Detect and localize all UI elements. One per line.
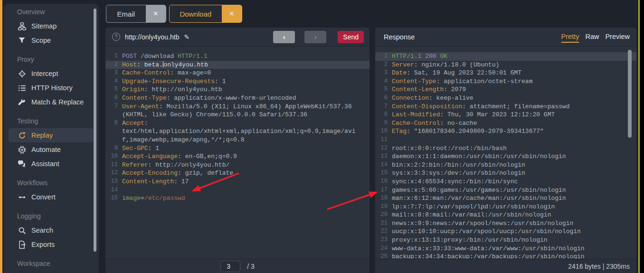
line-number: 7: [107, 103, 118, 111]
code-line: 25backup:x:34:34:backup:/var/backups:/us…: [375, 253, 636, 259]
code-line: 14bin:x:2:2:bin:/bin:/usr/sbin/nologin: [375, 161, 636, 169]
response-scrollbar[interactable]: [628, 50, 632, 138]
line-number: 8: [107, 119, 118, 128]
code-line: 5Content-Length: 2079: [375, 85, 636, 94]
line-number: 2: [107, 61, 118, 69]
line-number: 12: [377, 144, 388, 153]
code-line: 4Content-Type: application/octet-stream: [375, 77, 636, 86]
line-number: 13: [377, 152, 388, 161]
window-edge: [640, 0, 644, 273]
sidebar-item-exports[interactable]: Exports: [4, 237, 99, 252]
tab-label[interactable]: Download: [170, 5, 222, 22]
line-number: 3: [107, 69, 118, 77]
code-line: 4Upgrade-Insecure-Requests: 1: [105, 77, 369, 86]
session-tab-email[interactable]: Email×: [106, 5, 166, 23]
code-line: 3Cache-Control: max-age=0: [105, 69, 369, 77]
code-text: bin:x:2:2:bin:/bin:/usr/sbin/nologin: [392, 161, 525, 169]
sidebar-scrollbar[interactable]: [94, 9, 96, 252]
crosshair-icon: [17, 69, 27, 78]
sidebar-item-automate[interactable]: Automate: [4, 142, 99, 157]
line-number: 6: [377, 94, 388, 103]
sidebar-item-assistant[interactable]: Assistant: [4, 157, 99, 171]
line-number: 14: [107, 186, 118, 195]
request-pagination: / 3: [105, 259, 369, 273]
response-panel: Response PrettyRawPreview 1HTTP/1.1 200 …: [375, 28, 636, 273]
sidebar-item-match-replace[interactable]: Match & Replace: [4, 95, 99, 109]
line-number: 20: [377, 211, 388, 219]
code-text: Content-Type: application/octet-stream: [392, 77, 532, 86]
tab-close-icon[interactable]: ×: [222, 5, 242, 22]
session-tab-download[interactable]: Download×: [169, 5, 242, 23]
view-mode-preview[interactable]: Preview: [605, 31, 630, 43]
request-editor[interactable]: 1POST /download HTTP/1.12Host: beta.only…: [105, 47, 369, 259]
code-line: 5Origin: http://only4you.htb: [105, 85, 369, 94]
export-icon: [17, 240, 27, 249]
line-number: 22: [377, 227, 388, 236]
code-line: 12Accept-Encoding: gzip, deflate: [105, 169, 369, 178]
search-icon: [17, 226, 27, 235]
sidebar-item-sitemap[interactable]: Sitemap: [4, 19, 99, 33]
sidebar-section-workflows: Workflows: [4, 179, 99, 187]
sidebar-item-convert[interactable]: Convert: [4, 190, 99, 204]
code-line: 6Content-Type: application/x-www-form-ur…: [105, 94, 369, 103]
help-icon[interactable]: ?: [112, 33, 120, 41]
convert-icon: [17, 193, 27, 201]
code-text: Accept-Encoding: gzip, deflate: [122, 169, 233, 178]
code-line: 18man:x:6:12:man:/var/cache/man:/usr/sbi…: [375, 194, 636, 203]
code-text: Date: Sat, 19 Aug 2023 22:50:01 GMT: [392, 69, 521, 77]
sitemap-icon: [17, 22, 27, 30]
line-number: 4: [107, 77, 118, 86]
line-number: 6: [107, 94, 118, 103]
history-back-button[interactable]: ‹: [273, 31, 295, 43]
sidebar-item-scope[interactable]: Scope: [4, 33, 99, 47]
tab-label[interactable]: Email: [106, 5, 146, 22]
sidebar-item-label: Replay: [31, 132, 53, 139]
line-number: 2: [377, 61, 388, 69]
line-number: 18: [377, 194, 388, 203]
request-panel: ? http://only4you.htb ✎ ‹ › Send 1POST /…: [105, 28, 369, 273]
code-text: Accept-Language: en-GB,en;q=0.9: [122, 152, 237, 161]
code-text: proxy:x:13:13:proxy:/bin:/usr/sbin/nolog…: [392, 236, 548, 245]
sidebar-item-label: Search: [31, 226, 53, 234]
code-text: Content-Type: application/x-www-form-url…: [122, 94, 296, 103]
code-line: 12root:x:0:0:root:/root:/bin/bash: [375, 144, 636, 153]
edit-url-icon[interactable]: ✎: [184, 33, 189, 41]
code-text: Last-Modified: Thu, 30 Mar 2023 12:12:20…: [392, 111, 555, 119]
sidebar-item-label: HTTP History: [31, 84, 73, 92]
code-line: 15image=/etc/passwd: [105, 194, 369, 203]
code-text: HTTP/1.1 200 OK: [392, 52, 447, 61]
line-number: 21: [377, 219, 388, 228]
sidebar-item-label: Convert: [31, 193, 56, 201]
code-line: 13Content-Length: 17: [105, 178, 369, 186]
page-number-input[interactable]: [220, 261, 240, 272]
code-line: 3Date: Sat, 19 Aug 2023 22:50:01 GMT: [375, 69, 636, 77]
view-mode-pretty[interactable]: Pretty: [561, 31, 579, 43]
line-number: 13: [107, 178, 118, 186]
line-number: 24: [377, 245, 388, 253]
code-text: ETag: "1680178340.2049809-2079-393413677…: [392, 127, 544, 136]
sidebar-item-intercept[interactable]: Intercept: [4, 66, 99, 81]
code-line: 19lp:x:7:7:lp:/var/spool/lpd:/usr/sbin/n…: [375, 203, 636, 211]
code-line: 11Referer: http://only4you.htb/: [105, 161, 369, 169]
line-number: 7: [377, 103, 388, 111]
sidebar-item-replay[interactable]: Replay: [9, 128, 94, 142]
line-number: 12: [107, 169, 118, 178]
sidebar-item-http-history[interactable]: HTTP History: [4, 81, 99, 95]
code-text: Accept:: [122, 119, 148, 128]
view-mode-raw[interactable]: Raw: [585, 31, 599, 43]
chip-icon: [17, 145, 27, 154]
code-line: 14: [105, 186, 369, 195]
line-number: 14: [377, 161, 388, 169]
request-toolbar: ? http://only4you.htb ✎ ‹ › Send: [105, 28, 369, 47]
code-line: 7User-Agent: Mozilla/5.0 (X11; Linux x86…: [105, 103, 369, 111]
code-line: (KHTML, like Gecko) Chrome/115.0.0.0 Saf…: [105, 111, 369, 119]
sidebar-section-overview: Overview: [4, 8, 99, 16]
history-forward-button[interactable]: ›: [304, 31, 326, 43]
line-number: 4: [377, 77, 388, 86]
line-number: [107, 127, 118, 136]
sidebar-item-search[interactable]: Search: [4, 223, 99, 237]
tab-close-icon[interactable]: ×: [146, 5, 166, 22]
send-button[interactable]: Send: [338, 31, 364, 43]
funnel-icon: [17, 36, 27, 45]
response-editor[interactable]: 1HTTP/1.1 200 OK2Server: nginx/1.18.0 (U…: [375, 47, 636, 259]
